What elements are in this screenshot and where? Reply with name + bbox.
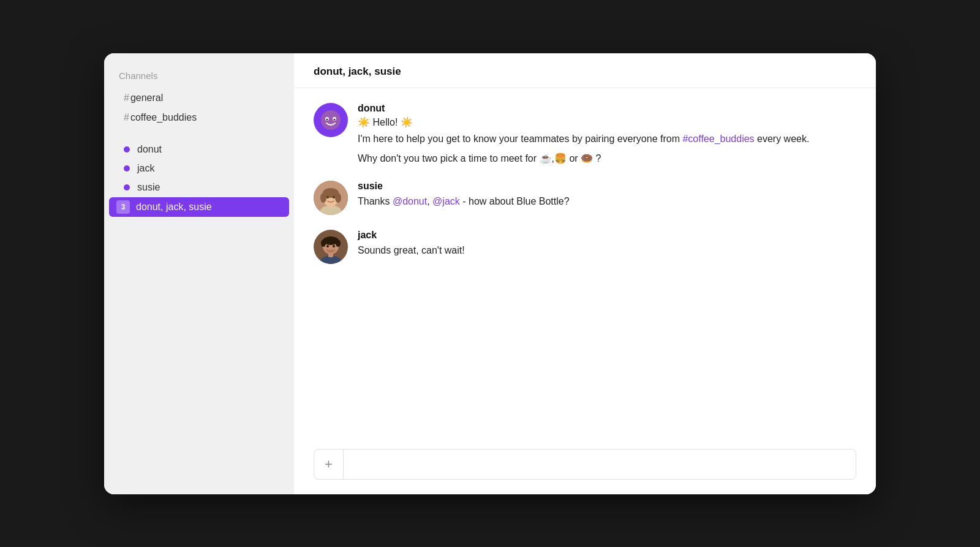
- sidebar-item-donut[interactable]: donut: [109, 140, 289, 159]
- plus-icon: +: [325, 456, 333, 472]
- donut-message-text-2: Why don't you two pick a time to meet fo…: [358, 151, 856, 166]
- sidebar: Channels # general # coffee_buddies donu…: [104, 53, 294, 494]
- online-indicator: [124, 184, 130, 191]
- dm-section: donut jack susie 3 donut, jack, susie: [104, 140, 294, 217]
- chat-input-area: +: [294, 442, 876, 494]
- susie-photo: [314, 181, 348, 215]
- message-jack: jack Sounds great, can't wait!: [314, 230, 856, 264]
- app-window: Channels # general # coffee_buddies donu…: [104, 53, 876, 494]
- svg-point-19: [321, 240, 326, 247]
- donut-sender: donut: [358, 103, 856, 114]
- svg-point-13: [333, 195, 335, 198]
- group-badge: 3: [116, 200, 130, 214]
- sidebar-item-jack[interactable]: jack: [109, 159, 289, 178]
- svg-point-10: [320, 193, 326, 203]
- message-donut: donut ☀️ Hello! ☀️ I'm here to help you …: [314, 103, 856, 166]
- dm-donut-label: donut: [137, 144, 162, 155]
- message-susie: susie Thanks @donut, @jack - how about B…: [314, 181, 856, 215]
- susie-sender: susie: [358, 181, 856, 192]
- donut-message-content: donut ☀️ Hello! ☀️ I'm here to help you …: [358, 103, 856, 166]
- avatar-donut: [314, 103, 348, 137]
- sidebar-item-group[interactable]: 3 donut, jack, susie: [109, 197, 289, 217]
- channel-general-label: general: [130, 92, 163, 104]
- svg-point-11: [335, 193, 341, 203]
- svg-point-21: [326, 245, 329, 247]
- sidebar-item-general[interactable]: # general: [109, 89, 289, 107]
- chat-messages: donut ☀️ Hello! ☀️ I'm here to help you …: [294, 88, 876, 442]
- dm-jack-label: jack: [137, 163, 154, 174]
- sidebar-item-susie[interactable]: susie: [109, 178, 289, 197]
- hash-icon: #: [124, 112, 129, 123]
- svg-point-4: [334, 118, 336, 120]
- avatar-jack: [314, 230, 348, 264]
- mention-jack[interactable]: @jack: [432, 196, 460, 206]
- chat-title: donut, jack, susie: [314, 66, 401, 77]
- group-name-label: donut, jack, susie: [136, 202, 212, 213]
- svg-point-23: [326, 249, 335, 253]
- svg-point-0: [321, 110, 341, 130]
- jack-message-text: Sounds great, can't wait!: [358, 243, 856, 258]
- susie-message-content: susie Thanks @donut, @jack - how about B…: [358, 181, 856, 209]
- jack-photo: [314, 230, 348, 264]
- jack-sender: jack: [358, 230, 856, 241]
- jack-message-content: jack Sounds great, can't wait!: [358, 230, 856, 258]
- sidebar-item-coffee-buddies[interactable]: # coffee_buddies: [109, 108, 289, 127]
- hash-icon: #: [124, 92, 129, 104]
- svg-point-3: [326, 118, 328, 120]
- avatar-susie: [314, 181, 348, 215]
- svg-point-12: [326, 195, 329, 198]
- dm-susie-label: susie: [137, 182, 160, 193]
- chat-area: donut, jack, susie: [294, 53, 876, 494]
- donut-greeting: ☀️ Hello! ☀️: [358, 116, 856, 128]
- susie-message-text: Thanks @donut, @jack - how about Blue Bo…: [358, 194, 856, 209]
- svg-point-22: [333, 245, 335, 247]
- donut-bot-icon: [320, 109, 342, 131]
- chat-input-box: +: [314, 449, 856, 480]
- coffee-buddies-link[interactable]: #coffee_buddies: [682, 134, 754, 144]
- channels-label: Channels: [104, 70, 294, 81]
- svg-point-20: [336, 240, 341, 247]
- online-indicator: [124, 146, 130, 153]
- message-input[interactable]: [344, 451, 856, 477]
- donut-message-text: I'm here to help you get to know your te…: [358, 132, 856, 146]
- mention-donut[interactable]: @donut: [393, 196, 427, 206]
- chat-header: donut, jack, susie: [294, 53, 876, 88]
- add-attachment-button[interactable]: +: [314, 450, 344, 479]
- online-indicator: [124, 165, 130, 172]
- channel-coffee-buddies-label: coffee_buddies: [130, 112, 197, 123]
